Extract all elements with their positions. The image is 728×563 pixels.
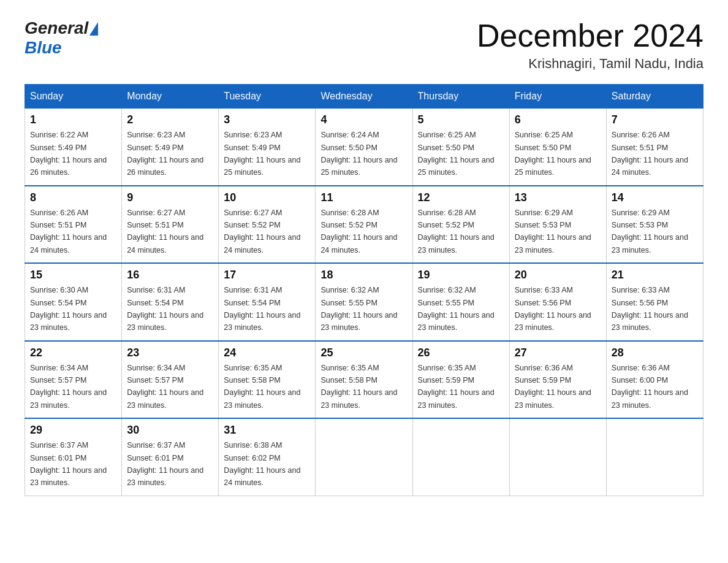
day-number: 8 xyxy=(30,191,116,204)
month-title: December 2024 xyxy=(477,18,703,53)
day-number: 17 xyxy=(224,269,310,282)
day-number: 6 xyxy=(515,113,601,126)
day-info: Sunrise: 6:38 AMSunset: 6:02 PMDaylight:… xyxy=(224,441,300,487)
table-row: 15 Sunrise: 6:30 AMSunset: 5:54 PMDaylig… xyxy=(25,263,122,341)
day-number: 28 xyxy=(612,347,698,359)
table-row: 4 Sunrise: 6:24 AMSunset: 5:50 PMDayligh… xyxy=(316,109,412,186)
day-info: Sunrise: 6:34 AMSunset: 5:57 PMDaylight:… xyxy=(127,364,203,410)
table-row: 20 Sunrise: 6:33 AMSunset: 5:56 PMDaylig… xyxy=(509,263,606,341)
page-header: General Blue December 2024 Krishnagiri, … xyxy=(25,18,703,72)
table-row: 14 Sunrise: 6:29 AMSunset: 5:53 PMDaylig… xyxy=(606,186,703,264)
day-number: 30 xyxy=(127,424,213,437)
calendar-week-2: 8 Sunrise: 6:26 AMSunset: 5:51 PMDayligh… xyxy=(25,186,703,264)
day-info: Sunrise: 6:22 AMSunset: 5:49 PMDaylight:… xyxy=(30,131,107,177)
day-number: 22 xyxy=(30,347,116,359)
day-info: Sunrise: 6:32 AMSunset: 5:55 PMDaylight:… xyxy=(418,286,495,332)
day-info: Sunrise: 6:26 AMSunset: 5:51 PMDaylight:… xyxy=(612,131,688,177)
day-number: 14 xyxy=(612,191,698,204)
col-saturday: Saturday xyxy=(606,85,703,109)
table-row: 30 Sunrise: 6:37 AMSunset: 6:01 PMDaylig… xyxy=(122,418,219,496)
table-row: 13 Sunrise: 6:29 AMSunset: 5:53 PMDaylig… xyxy=(509,186,606,264)
day-info: Sunrise: 6:28 AMSunset: 5:52 PMDaylight:… xyxy=(320,209,397,255)
table-row: 2 Sunrise: 6:23 AMSunset: 5:49 PMDayligh… xyxy=(122,109,219,186)
day-number: 20 xyxy=(515,269,601,282)
title-area: December 2024 Krishnagiri, Tamil Nadu, I… xyxy=(477,18,703,72)
col-thursday: Thursday xyxy=(412,85,509,109)
table-row: 5 Sunrise: 6:25 AMSunset: 5:50 PMDayligh… xyxy=(412,109,509,186)
day-number: 3 xyxy=(224,113,310,126)
day-number: 1 xyxy=(30,113,116,126)
day-info: Sunrise: 6:29 AMSunset: 5:53 PMDaylight:… xyxy=(612,209,688,255)
table-row: 21 Sunrise: 6:33 AMSunset: 5:56 PMDaylig… xyxy=(606,263,703,341)
day-number: 27 xyxy=(515,347,601,359)
table-row: 8 Sunrise: 6:26 AMSunset: 5:51 PMDayligh… xyxy=(25,186,122,264)
day-info: Sunrise: 6:28 AMSunset: 5:52 PMDaylight:… xyxy=(418,209,495,255)
day-info: Sunrise: 6:32 AMSunset: 5:55 PMDaylight:… xyxy=(320,286,397,332)
table-row: 12 Sunrise: 6:28 AMSunset: 5:52 PMDaylig… xyxy=(412,186,509,264)
day-number: 11 xyxy=(320,191,407,204)
table-row xyxy=(316,418,412,496)
day-info: Sunrise: 6:37 AMSunset: 6:01 PMDaylight:… xyxy=(127,441,203,487)
day-info: Sunrise: 6:35 AMSunset: 5:59 PMDaylight:… xyxy=(418,364,495,410)
logo-general-text: General xyxy=(25,18,88,38)
day-number: 2 xyxy=(127,113,213,126)
day-info: Sunrise: 6:25 AMSunset: 5:50 PMDaylight:… xyxy=(418,131,495,177)
day-info: Sunrise: 6:33 AMSunset: 5:56 PMDaylight:… xyxy=(612,286,688,332)
calendar-week-1: 1 Sunrise: 6:22 AMSunset: 5:49 PMDayligh… xyxy=(25,109,703,186)
day-number: 23 xyxy=(127,347,213,359)
col-sunday: Sunday xyxy=(25,85,122,109)
calendar-week-3: 15 Sunrise: 6:30 AMSunset: 5:54 PMDaylig… xyxy=(25,263,703,341)
day-info: Sunrise: 6:23 AMSunset: 5:49 PMDaylight:… xyxy=(127,131,203,177)
day-info: Sunrise: 6:29 AMSunset: 5:53 PMDaylight:… xyxy=(515,209,591,255)
logo-blue-text: Blue xyxy=(25,38,62,57)
day-number: 29 xyxy=(30,424,116,437)
table-row: 28 Sunrise: 6:36 AMSunset: 6:00 PMDaylig… xyxy=(606,341,703,419)
day-info: Sunrise: 6:36 AMSunset: 6:00 PMDaylight:… xyxy=(612,364,688,410)
day-info: Sunrise: 6:25 AMSunset: 5:50 PMDaylight:… xyxy=(515,131,591,177)
table-row: 9 Sunrise: 6:27 AMSunset: 5:51 PMDayligh… xyxy=(122,186,219,264)
table-row: 25 Sunrise: 6:35 AMSunset: 5:58 PMDaylig… xyxy=(316,341,412,419)
table-row: 29 Sunrise: 6:37 AMSunset: 6:01 PMDaylig… xyxy=(25,418,122,496)
table-row: 7 Sunrise: 6:26 AMSunset: 5:51 PMDayligh… xyxy=(606,109,703,186)
table-row: 23 Sunrise: 6:34 AMSunset: 5:57 PMDaylig… xyxy=(122,341,219,419)
col-tuesday: Tuesday xyxy=(219,85,316,109)
day-info: Sunrise: 6:37 AMSunset: 6:01 PMDaylight:… xyxy=(30,441,107,487)
table-row: 22 Sunrise: 6:34 AMSunset: 5:57 PMDaylig… xyxy=(25,341,122,419)
day-number: 13 xyxy=(515,191,601,204)
day-number: 25 xyxy=(320,347,407,359)
day-number: 7 xyxy=(612,113,698,126)
calendar-table: Sunday Monday Tuesday Wednesday Thursday… xyxy=(25,84,703,496)
day-info: Sunrise: 6:30 AMSunset: 5:54 PMDaylight:… xyxy=(30,286,107,332)
logo: General Blue xyxy=(25,18,98,58)
day-info: Sunrise: 6:27 AMSunset: 5:51 PMDaylight:… xyxy=(127,209,203,255)
table-row: 17 Sunrise: 6:31 AMSunset: 5:54 PMDaylig… xyxy=(219,263,316,341)
day-info: Sunrise: 6:35 AMSunset: 5:58 PMDaylight:… xyxy=(224,364,300,410)
day-number: 21 xyxy=(612,269,698,282)
day-number: 10 xyxy=(224,191,310,204)
table-row: 24 Sunrise: 6:35 AMSunset: 5:58 PMDaylig… xyxy=(219,341,316,419)
day-number: 24 xyxy=(224,347,310,359)
table-row: 10 Sunrise: 6:27 AMSunset: 5:52 PMDaylig… xyxy=(219,186,316,264)
day-info: Sunrise: 6:33 AMSunset: 5:56 PMDaylight:… xyxy=(515,286,591,332)
table-row: 31 Sunrise: 6:38 AMSunset: 6:02 PMDaylig… xyxy=(219,418,316,496)
table-row: 27 Sunrise: 6:36 AMSunset: 5:59 PMDaylig… xyxy=(509,341,606,419)
day-number: 26 xyxy=(418,347,504,359)
table-row: 16 Sunrise: 6:31 AMSunset: 5:54 PMDaylig… xyxy=(122,263,219,341)
table-row xyxy=(606,418,703,496)
table-row xyxy=(509,418,606,496)
day-info: Sunrise: 6:35 AMSunset: 5:58 PMDaylight:… xyxy=(320,364,397,410)
table-row: 11 Sunrise: 6:28 AMSunset: 5:52 PMDaylig… xyxy=(316,186,412,264)
day-number: 19 xyxy=(418,269,504,282)
calendar-header-row: Sunday Monday Tuesday Wednesday Thursday… xyxy=(25,85,703,109)
day-number: 9 xyxy=(127,191,213,204)
day-info: Sunrise: 6:24 AMSunset: 5:50 PMDaylight:… xyxy=(320,131,397,177)
col-monday: Monday xyxy=(122,85,219,109)
table-row: 3 Sunrise: 6:23 AMSunset: 5:49 PMDayligh… xyxy=(219,109,316,186)
day-info: Sunrise: 6:31 AMSunset: 5:54 PMDaylight:… xyxy=(224,286,300,332)
location-text: Krishnagiri, Tamil Nadu, India xyxy=(477,56,703,72)
calendar-week-5: 29 Sunrise: 6:37 AMSunset: 6:01 PMDaylig… xyxy=(25,418,703,496)
day-number: 15 xyxy=(30,269,116,282)
table-row: 18 Sunrise: 6:32 AMSunset: 5:55 PMDaylig… xyxy=(316,263,412,341)
day-number: 16 xyxy=(127,269,213,282)
table-row: 6 Sunrise: 6:25 AMSunset: 5:50 PMDayligh… xyxy=(509,109,606,186)
